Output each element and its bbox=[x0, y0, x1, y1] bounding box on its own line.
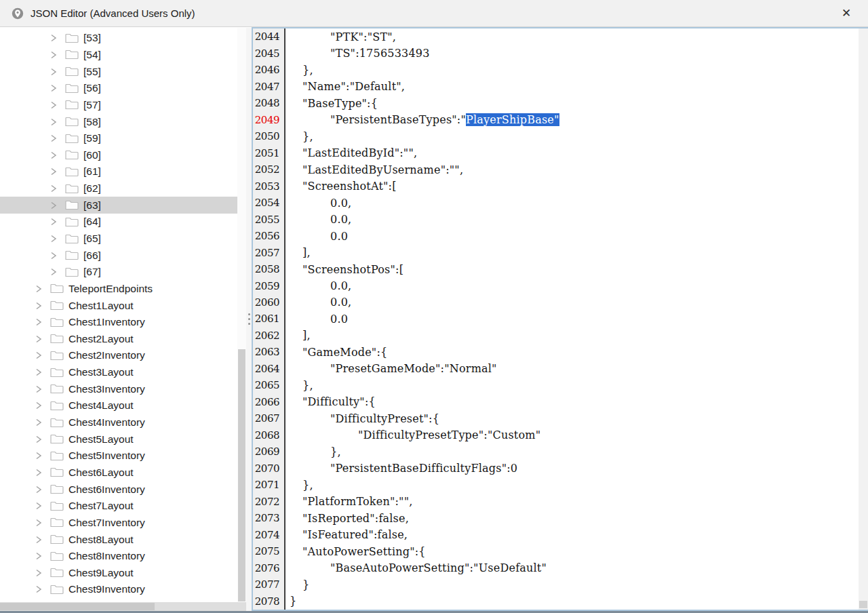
tree-item-58[interactable]: [58] bbox=[0, 113, 237, 130]
code-text[interactable]: "BaseAutoPowerSetting":"UseDefault" bbox=[285, 561, 547, 574]
code-text[interactable]: "PTK":"ST", bbox=[285, 31, 396, 43]
code-text[interactable]: 0.0, bbox=[285, 279, 351, 292]
chevron-right-icon[interactable] bbox=[35, 485, 42, 494]
chevron-right-icon[interactable] bbox=[50, 117, 57, 127]
tree-vertical-scrollbar[interactable] bbox=[237, 28, 246, 602]
editor-vertical-scrollbar[interactable] bbox=[859, 28, 868, 610]
code-text[interactable]: }, bbox=[285, 479, 313, 492]
chevron-right-icon[interactable] bbox=[50, 67, 57, 77]
tree-item-chest4layout[interactable]: Chest4Layout bbox=[0, 397, 237, 414]
code-text[interactable]: "ScreenshotPos":[ bbox=[285, 263, 403, 276]
tree-item-chest8layout[interactable]: Chest8Layout bbox=[0, 531, 237, 548]
tree-item-chest5layout[interactable]: Chest5Layout bbox=[0, 431, 237, 448]
editor-vertical-scrollbar-thumb[interactable] bbox=[859, 601, 867, 608]
tree-item-53[interactable]: [53] bbox=[0, 30, 237, 47]
code-text[interactable]: "AutoPowerSetting":{ bbox=[285, 545, 426, 558]
tree-item-63[interactable]: [63] bbox=[0, 197, 237, 214]
tree-item-61[interactable]: [61] bbox=[0, 163, 237, 180]
chevron-right-icon[interactable] bbox=[35, 334, 42, 344]
code-text[interactable]: ], bbox=[285, 246, 311, 259]
chevron-right-icon[interactable] bbox=[35, 301, 42, 311]
tree-item-57[interactable]: [57] bbox=[0, 97, 237, 114]
chevron-right-icon[interactable] bbox=[35, 384, 42, 394]
code-text[interactable]: ], bbox=[285, 329, 311, 342]
chevron-right-icon[interactable] bbox=[50, 267, 57, 277]
chevron-right-icon[interactable] bbox=[50, 50, 57, 60]
tree-item-chest9layout[interactable]: Chest9Layout bbox=[0, 565, 237, 582]
chevron-right-icon[interactable] bbox=[35, 501, 42, 511]
chevron-right-icon[interactable] bbox=[50, 201, 57, 210]
tree-vertical-scrollbar-thumb[interactable] bbox=[238, 349, 245, 601]
tree-item-62[interactable]: [62] bbox=[0, 180, 237, 197]
chevron-right-icon[interactable] bbox=[50, 33, 57, 43]
chevron-right-icon[interactable] bbox=[35, 535, 42, 545]
chevron-right-icon[interactable] bbox=[35, 451, 42, 460]
chevron-right-icon[interactable] bbox=[50, 100, 57, 110]
chevron-right-icon[interactable] bbox=[35, 284, 42, 294]
code-text[interactable]: "TS":1756533493 bbox=[285, 47, 430, 60]
chevron-right-icon[interactable] bbox=[35, 317, 42, 327]
tree-item-chest5inventory[interactable]: Chest5Inventory bbox=[0, 448, 237, 464]
code-text[interactable]: }, bbox=[285, 446, 341, 458]
tree-item-chest8inventory[interactable]: Chest8Inventory bbox=[0, 548, 237, 565]
code-text[interactable]: }, bbox=[285, 379, 313, 392]
tree-item-64[interactable]: [64] bbox=[0, 214, 237, 231]
chevron-right-icon[interactable] bbox=[50, 251, 57, 260]
tree-item-59[interactable]: [59] bbox=[0, 130, 237, 147]
tree-item-chest2inventory[interactable]: Chest2Inventory bbox=[0, 347, 237, 364]
code-text[interactable]: "ScreenshotAt":[ bbox=[285, 180, 397, 193]
tree-item-chest1inventory[interactable]: Chest1Inventory bbox=[0, 314, 237, 331]
chevron-right-icon[interactable] bbox=[35, 551, 42, 561]
tree-item-chest3inventory[interactable]: Chest3Inventory bbox=[0, 380, 237, 397]
tree-item-65[interactable]: [65] bbox=[0, 231, 237, 248]
chevron-right-icon[interactable] bbox=[35, 401, 42, 410]
code-text[interactable]: "Name":"Default", bbox=[285, 80, 405, 93]
chevron-right-icon[interactable] bbox=[50, 151, 57, 160]
tree-item-chest3layout[interactable]: Chest3Layout bbox=[0, 364, 237, 381]
chevron-right-icon[interactable] bbox=[35, 435, 42, 444]
code-text[interactable]: }, bbox=[285, 130, 313, 143]
tree-horizontal-scrollbar-thumb[interactable] bbox=[0, 603, 155, 610]
code-text[interactable]: }, bbox=[285, 64, 313, 77]
code-text[interactable]: } bbox=[285, 595, 296, 608]
tree-item-56[interactable]: [56] bbox=[0, 80, 237, 97]
tree-item-chest2layout[interactable]: Chest2Layout bbox=[0, 331, 237, 348]
chevron-right-icon[interactable] bbox=[35, 585, 42, 594]
code-text[interactable]: "GameMode":{ bbox=[285, 346, 387, 359]
tree-item-teleportendpoints[interactable]: TeleportEndpoints bbox=[0, 281, 237, 298]
chevron-right-icon[interactable] bbox=[50, 184, 57, 193]
tree-item-chest9inventory[interactable]: Chest9Inventory bbox=[0, 581, 237, 598]
chevron-right-icon[interactable] bbox=[35, 468, 42, 477]
chevron-right-icon[interactable] bbox=[50, 167, 57, 176]
tree-item-chest1layout[interactable]: Chest1Layout bbox=[0, 297, 237, 314]
code-text[interactable]: "PersistentBaseDifficultyFlags":0 bbox=[285, 462, 517, 475]
tree-item-chest6layout[interactable]: Chest6Layout bbox=[0, 464, 237, 481]
code-text[interactable]: "IsReported":false, bbox=[285, 512, 409, 525]
chevron-right-icon[interactable] bbox=[35, 418, 42, 427]
chevron-right-icon[interactable] bbox=[35, 368, 42, 377]
chevron-right-icon[interactable] bbox=[35, 351, 42, 360]
code-text[interactable]: "PlatformToken":"", bbox=[285, 495, 412, 508]
tree-item-67[interactable]: [67] bbox=[0, 264, 237, 281]
code-text[interactable]: 0.0, bbox=[285, 213, 351, 226]
code-text[interactable]: "PersistentBaseTypes":"PlayerShipBase" bbox=[285, 113, 559, 126]
code-text[interactable]: 0.0, bbox=[285, 296, 351, 309]
code-text[interactable]: "Difficulty":{ bbox=[285, 395, 376, 408]
chevron-right-icon[interactable] bbox=[50, 234, 57, 243]
tree-item-54[interactable]: [54] bbox=[0, 47, 237, 64]
tree-item-chest7inventory[interactable]: Chest7Inventory bbox=[0, 515, 237, 532]
code-text[interactable]: "BaseType":{ bbox=[285, 97, 378, 110]
tree-item-66[interactable]: [66] bbox=[0, 247, 237, 264]
code-text[interactable]: 0.0, bbox=[285, 197, 351, 210]
code-text[interactable]: "LastEditedByUsername":"", bbox=[285, 163, 463, 176]
code-text[interactable]: } bbox=[285, 578, 309, 591]
code-text[interactable]: 0.0 bbox=[285, 230, 348, 243]
code-text[interactable]: "LastEditedById":"", bbox=[285, 146, 417, 159]
chevron-right-icon[interactable] bbox=[50, 134, 57, 143]
code-text[interactable]: "PresetGameMode":"Normal" bbox=[285, 362, 497, 375]
code-text[interactable]: "DifficultyPreset":{ bbox=[285, 412, 439, 425]
tree-item-60[interactable]: [60] bbox=[0, 146, 237, 163]
tree-item-chest4inventory[interactable]: Chest4Inventory bbox=[0, 414, 237, 431]
chevron-right-icon[interactable] bbox=[35, 568, 42, 578]
code-text[interactable]: "IsFeatured":false, bbox=[285, 528, 408, 541]
